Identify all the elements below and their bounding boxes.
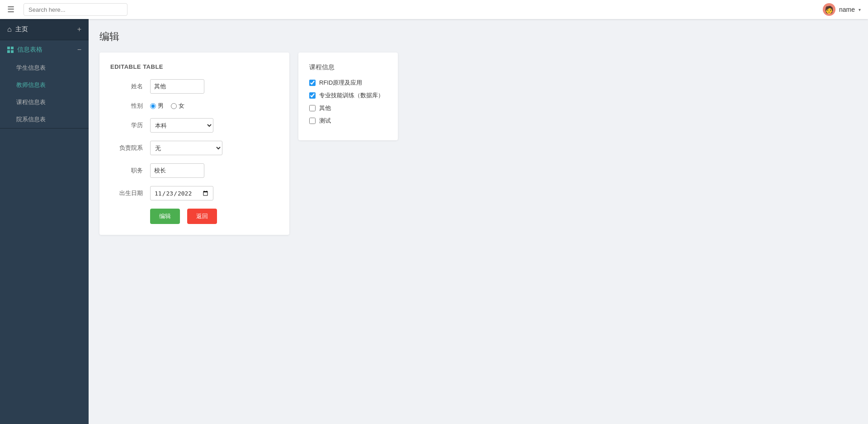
sidebar-item-dept[interactable]: 院系信息表 xyxy=(0,111,89,128)
sidebar-item-student[interactable]: 学生信息表 xyxy=(0,59,89,76)
grid-icon xyxy=(7,47,14,53)
course-item-rfid: RFID原理及应用 xyxy=(309,79,387,87)
gender-male-text: 男 xyxy=(158,102,164,110)
chevron-down-icon: ▾ xyxy=(859,7,861,12)
job-input[interactable] xyxy=(150,163,204,178)
gender-female-label[interactable]: 女 xyxy=(171,102,184,110)
course-label-skill[interactable]: 专业技能训练（数据库） xyxy=(319,91,384,100)
layout: ⌂ 主页 + 信息表格 − 学生信息表 教师信息表 课程信息表 院系信息表 编 xyxy=(0,19,868,424)
sidebar-home-left: ⌂ 主页 xyxy=(7,25,28,33)
sidebar-home-label: 主页 xyxy=(15,25,28,33)
course-card-title: 课程信息 xyxy=(309,63,387,71)
name-label: 姓名 xyxy=(110,82,143,91)
form-row-name: 姓名 xyxy=(110,79,278,94)
course-checkbox-skill[interactable] xyxy=(309,92,316,99)
home-icon: ⌂ xyxy=(7,25,12,33)
back-button[interactable]: 返回 xyxy=(187,209,217,224)
gender-label: 性别 xyxy=(110,102,143,110)
form-row-job: 职务 xyxy=(110,163,278,178)
job-label: 职务 xyxy=(110,167,143,175)
course-item-other: 其他 xyxy=(309,104,387,112)
gender-radio-group: 男 女 xyxy=(150,102,184,110)
form-row-dept: 负责院系 无 计算机学院 数学学院 外语学院 xyxy=(110,141,278,155)
user-menu[interactable]: 🧑 name ▾ xyxy=(823,3,861,16)
course-checkbox-test[interactable] xyxy=(309,118,316,124)
edit-button[interactable]: 编辑 xyxy=(150,209,180,224)
course-checkbox-other[interactable] xyxy=(309,105,316,111)
dept-label: 负责院系 xyxy=(110,144,143,152)
hamburger-icon[interactable]: ☰ xyxy=(7,5,14,14)
course-checkbox-rfid[interactable] xyxy=(309,80,316,86)
page-title: 编辑 xyxy=(99,30,857,43)
sidebar-section-header-left: 信息表格 xyxy=(7,46,42,54)
gender-male-radio[interactable] xyxy=(150,103,156,109)
gender-female-radio[interactable] xyxy=(171,103,177,109)
sidebar: ⌂ 主页 + 信息表格 − 学生信息表 教师信息表 课程信息表 院系信息表 xyxy=(0,19,89,424)
editable-table-card: EDITABLE TABLE 姓名 性别 男 xyxy=(99,52,289,235)
sidebar-section-label: 信息表格 xyxy=(17,46,42,54)
dept-select[interactable]: 无 计算机学院 数学学院 外语学院 xyxy=(150,141,222,155)
edu-label: 学历 xyxy=(110,121,143,129)
sidebar-section-header[interactable]: 信息表格 − xyxy=(0,40,89,59)
sidebar-section-info: 信息表格 − 学生信息表 教师信息表 课程信息表 院系信息表 xyxy=(0,40,89,129)
sidebar-plus-icon[interactable]: + xyxy=(77,25,81,33)
form-row-dob: 出生日期 xyxy=(110,186,278,200)
course-card: 课程信息 RFID原理及应用 专业技能训练（数据库） 其他 测试 xyxy=(298,52,398,140)
main-content: 编辑 EDITABLE TABLE 姓名 性别 男 xyxy=(89,19,868,424)
sidebar-item-course[interactable]: 课程信息表 xyxy=(0,94,89,111)
search-input[interactable] xyxy=(24,3,127,16)
course-label-test[interactable]: 测试 xyxy=(319,117,331,125)
form-row-gender: 性别 男 女 xyxy=(110,102,278,110)
form-actions: 编辑 返回 xyxy=(110,209,278,224)
course-item-skill: 专业技能训练（数据库） xyxy=(309,91,387,100)
course-item-test: 测试 xyxy=(309,117,387,125)
course-label-other[interactable]: 其他 xyxy=(319,104,331,112)
form-row-edu: 学历 本科 硕士 博士 专科 xyxy=(110,118,278,133)
sidebar-item-teacher[interactable]: 教师信息表 xyxy=(0,76,89,94)
topbar: ☰ 🧑 name ▾ xyxy=(0,0,868,19)
name-input[interactable] xyxy=(150,79,204,94)
gender-female-text: 女 xyxy=(179,102,184,110)
gender-male-label[interactable]: 男 xyxy=(150,102,164,110)
sidebar-collapse-icon[interactable]: − xyxy=(77,46,81,54)
dob-label: 出生日期 xyxy=(110,189,143,197)
topbar-left: ☰ xyxy=(7,3,127,16)
card-title: EDITABLE TABLE xyxy=(110,63,278,70)
dob-input[interactable] xyxy=(150,186,213,200)
user-name: name xyxy=(839,6,855,13)
edu-select[interactable]: 本科 硕士 博士 专科 xyxy=(150,118,213,133)
course-label-rfid[interactable]: RFID原理及应用 xyxy=(319,79,362,87)
avatar: 🧑 xyxy=(823,3,835,16)
cards-row: EDITABLE TABLE 姓名 性别 男 xyxy=(99,52,857,235)
sidebar-home[interactable]: ⌂ 主页 + xyxy=(0,19,89,40)
